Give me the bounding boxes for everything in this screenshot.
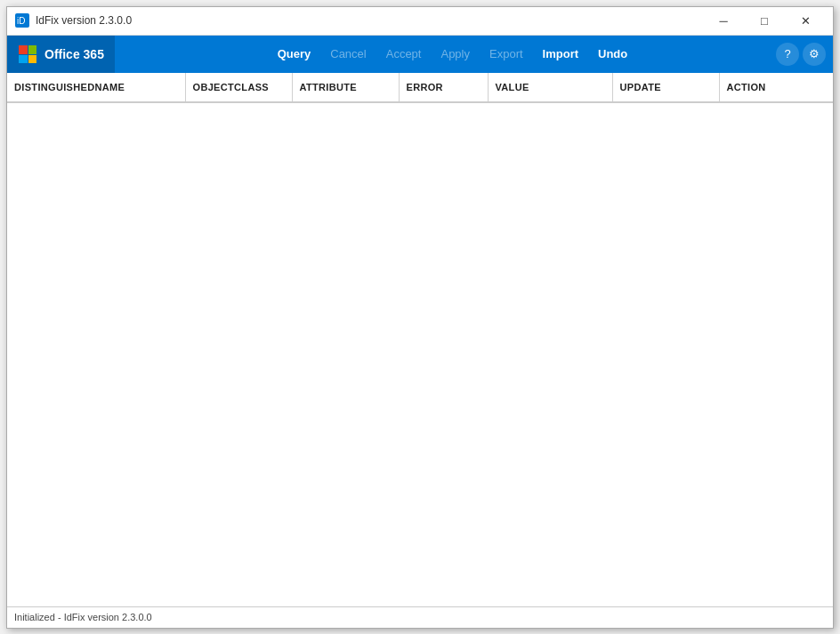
table-header-row: DISTINGUISHEDNAME OBJECTCLASS ATTRIBUTE … xyxy=(7,73,833,102)
svg-rect-2 xyxy=(19,45,28,54)
office365-logo-icon xyxy=(18,44,37,64)
brand-area: Office 365 xyxy=(7,36,115,73)
col-header-value: VALUE xyxy=(488,73,612,102)
toolbar-right: ? ⚙ xyxy=(776,43,833,66)
data-table: DISTINGUISHEDNAME OBJECTCLASS ATTRIBUTE … xyxy=(7,73,833,103)
col-header-action: ACTION xyxy=(719,73,833,102)
toolbar: Office 365 Query Cancel Accept Apply Exp… xyxy=(7,36,833,73)
export-button[interactable]: Export xyxy=(481,42,532,66)
col-header-update: UPDATE xyxy=(612,73,719,102)
cancel-button[interactable]: Cancel xyxy=(321,42,375,66)
brand-label: Office 365 xyxy=(44,47,104,61)
toolbar-actions: Query Cancel Accept Apply Export Import … xyxy=(129,42,776,66)
main-window: iD IdFix version 2.3.0.0 ─ □ ✕ Office 36… xyxy=(6,6,834,629)
svg-rect-5 xyxy=(28,55,36,63)
svg-text:iD: iD xyxy=(17,16,25,26)
maximize-button[interactable]: □ xyxy=(744,6,785,35)
settings-button[interactable]: ⚙ xyxy=(803,43,826,66)
close-button[interactable]: ✕ xyxy=(785,6,826,35)
query-button[interactable]: Query xyxy=(269,42,320,66)
window-controls: ─ □ ✕ xyxy=(703,6,826,35)
help-icon: ? xyxy=(784,47,790,60)
undo-button[interactable]: Undo xyxy=(589,42,636,66)
accept-button[interactable]: Accept xyxy=(377,42,431,66)
settings-icon: ⚙ xyxy=(809,47,820,60)
title-bar: iD IdFix version 2.3.0.0 ─ □ ✕ xyxy=(7,7,833,36)
minimize-button[interactable]: ─ xyxy=(703,6,744,35)
window-title: IdFix version 2.3.0.0 xyxy=(36,14,703,27)
status-text: Initialized - IdFix version 2.3.0.0 xyxy=(14,612,152,622)
apply-button[interactable]: Apply xyxy=(432,42,479,66)
status-bar: Initialized - IdFix version 2.3.0.0 xyxy=(7,606,833,628)
data-table-container[interactable]: DISTINGUISHEDNAME OBJECTCLASS ATTRIBUTE … xyxy=(7,73,833,606)
col-header-objectclass: OBJECTCLASS xyxy=(185,73,292,102)
svg-rect-4 xyxy=(19,55,28,63)
app-icon: iD xyxy=(14,12,30,28)
import-button[interactable]: Import xyxy=(534,42,587,66)
col-header-attribute: ATTRIBUTE xyxy=(292,73,399,102)
col-header-error: ERROR xyxy=(399,73,488,102)
help-button[interactable]: ? xyxy=(776,43,799,66)
svg-rect-3 xyxy=(28,45,36,54)
col-header-distinguishedname: DISTINGUISHEDNAME xyxy=(7,73,185,102)
